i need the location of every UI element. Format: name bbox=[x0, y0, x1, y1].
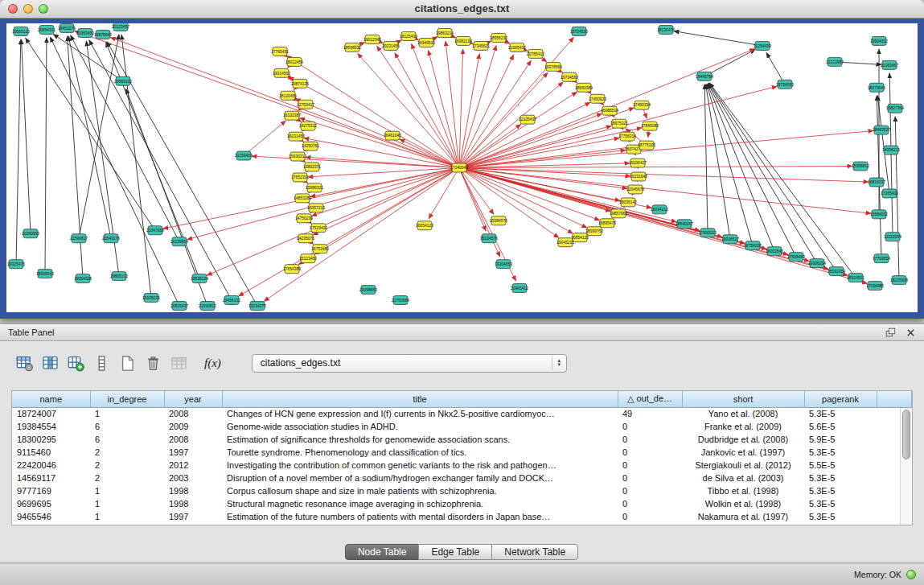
table-columns-icon[interactable] bbox=[40, 353, 60, 373]
network-edge[interactable] bbox=[53, 35, 123, 81]
network-node[interactable]: 17523401 bbox=[310, 224, 327, 233]
network-node[interactable]: 15630212 bbox=[289, 152, 306, 161]
table-cell[interactable]: Jankovic et al. (1997) bbox=[682, 446, 804, 459]
network-node[interactable]: 21590817 bbox=[70, 234, 88, 243]
network-node[interactable]: 20543176 bbox=[102, 234, 120, 243]
network-edge[interactable] bbox=[459, 55, 514, 168]
network-node[interactable]: 19734563 bbox=[561, 72, 578, 81]
network-node[interactable]: 20815437 bbox=[170, 302, 188, 311]
table-row[interactable]: 977716911998Corpus callosum shape and si… bbox=[12, 484, 912, 497]
column-header-title[interactable]: title bbox=[222, 391, 618, 407]
network-node[interactable]: 17652301 bbox=[291, 173, 309, 182]
table-row[interactable]: 946362711997Embryonic stem cells: a mode… bbox=[12, 523, 912, 525]
network-node[interactable]: 18453276 bbox=[58, 23, 76, 32]
network-node[interactable]: 20098653 bbox=[359, 286, 377, 295]
network-node[interactable]: 17692013 bbox=[699, 229, 717, 237]
close-panel-icon[interactable] bbox=[904, 326, 918, 340]
table-source-dropdown[interactable]: citations_edges.txt ▲▼ bbox=[252, 354, 567, 373]
network-edge[interactable] bbox=[704, 84, 708, 233]
table-cell[interactable]: 0 bbox=[618, 523, 682, 525]
table-scrollbar[interactable] bbox=[900, 408, 912, 525]
network-node[interactable]: 19805132 bbox=[110, 272, 128, 281]
network-node[interactable]: 16034212 bbox=[651, 205, 668, 214]
network-edge[interactable] bbox=[239, 168, 459, 297]
network-node[interactable]: 18231450 bbox=[287, 132, 305, 141]
table-cell[interactable]: 1997 bbox=[164, 446, 222, 459]
network-node[interactable]: 16378569 bbox=[544, 62, 562, 71]
table-row[interactable]: 1456911722003Disruption of a novel membe… bbox=[12, 472, 912, 484]
network-node[interactable]: 19234075 bbox=[248, 302, 266, 311]
table-cell[interactable]: Estimation of the future numbers of pati… bbox=[222, 510, 618, 523]
network-node[interactable]: 20785412 bbox=[527, 49, 544, 58]
close-window-button[interactable] bbox=[8, 4, 18, 14]
delete-table-icon[interactable] bbox=[143, 353, 162, 373]
table-scrollbar-thumb[interactable] bbox=[902, 410, 910, 459]
network-node[interactable]: 19504312 bbox=[870, 36, 888, 45]
table-cell[interactable]: 18724007 bbox=[12, 407, 90, 420]
network-node[interactable]: 14250761 bbox=[302, 142, 319, 150]
network-edge[interactable] bbox=[707, 84, 753, 245]
table-cell[interactable]: Tibbo et al. (1998) bbox=[682, 484, 804, 497]
network-edge[interactable] bbox=[459, 168, 867, 284]
table-row[interactable]: 2242004622012Investigating the contribut… bbox=[12, 459, 912, 472]
table-cell[interactable]: Wolkin et al. (1998) bbox=[682, 497, 804, 510]
network-edge[interactable] bbox=[766, 53, 785, 84]
function-builder-button[interactable]: f(x) bbox=[199, 356, 226, 370]
network-edge[interactable] bbox=[674, 31, 762, 46]
table-cell[interactable]: Tourette syndrome. Phenomenology and cla… bbox=[222, 446, 618, 459]
network-node[interactable]: 19863214 bbox=[436, 28, 454, 37]
network-node[interactable]: 19875643 bbox=[94, 30, 112, 39]
tab-network-table[interactable]: Network Table bbox=[491, 544, 578, 560]
table-cell[interactable]: 5.3E-5 bbox=[804, 523, 877, 525]
network-node[interactable]: 18906543 bbox=[36, 270, 54, 278]
network-node[interactable]: 19105236 bbox=[142, 294, 160, 303]
table-cell[interactable]: 5.3E-5 bbox=[804, 497, 877, 510]
network-node[interactable]: 18130476 bbox=[657, 25, 675, 34]
table-row[interactable]: 1830029562008Estimation of significance … bbox=[12, 433, 912, 446]
table-cell[interactable]: Dudbridge et al. (2008) bbox=[682, 433, 804, 446]
table-cell[interactable]: 0 bbox=[618, 459, 682, 472]
network-edge[interactable] bbox=[708, 84, 774, 251]
network-node[interactable]: 20456132 bbox=[223, 296, 240, 305]
network-node[interactable]: 19045231 bbox=[556, 238, 574, 247]
network-node[interactable]: 19012345 bbox=[363, 35, 381, 43]
network-node[interactable]: 21156403 bbox=[235, 151, 253, 160]
network-node[interactable]: 15995812 bbox=[852, 162, 869, 171]
network-edge[interactable] bbox=[21, 39, 31, 233]
column-header-pagerank[interactable]: pagerank bbox=[804, 391, 877, 407]
network-node[interactable]: 14853289 bbox=[294, 194, 311, 203]
network-node[interactable]: 15724530 bbox=[570, 27, 588, 35]
table-cell[interactable]: 0 bbox=[618, 472, 682, 484]
table-settings-icon[interactable] bbox=[14, 353, 34, 373]
network-node[interactable]: 21590812 bbox=[199, 302, 216, 311]
table-cell[interactable]: 9463627 bbox=[12, 523, 90, 525]
network-node[interactable]: 20874135 bbox=[291, 79, 309, 88]
window-titlebar[interactable]: citations_edges.txt bbox=[0, 0, 924, 19]
table-cell[interactable]: Franke et al. (2009) bbox=[682, 420, 804, 433]
column-header-name[interactable]: name bbox=[12, 391, 90, 407]
table-cell[interactable]: 2 bbox=[90, 459, 164, 472]
table-cell[interactable]: 0 bbox=[618, 484, 682, 497]
network-node[interactable]: 21750684 bbox=[392, 296, 409, 305]
table-cell[interactable]: 2008 bbox=[164, 433, 222, 446]
table-cell[interactable]: 1998 bbox=[164, 484, 222, 497]
network-edge[interactable] bbox=[459, 168, 573, 234]
network-node[interactable]: 17265403 bbox=[881, 189, 898, 198]
network-node[interactable]: 17756314 bbox=[618, 132, 636, 141]
network-node[interactable]: 18556230 bbox=[490, 33, 507, 42]
network-node[interactable]: 11254439 bbox=[754, 41, 771, 50]
network-edge[interactable] bbox=[313, 168, 459, 236]
table-cell[interactable]: 9699695 bbox=[12, 497, 90, 510]
network-edge[interactable] bbox=[412, 43, 459, 167]
network-node[interactable]: 15384576 bbox=[490, 216, 507, 225]
network-node[interactable]: 18975321 bbox=[610, 119, 628, 128]
table-row[interactable]: 946554611997Estimation of the future num… bbox=[12, 510, 912, 523]
table-cell[interactable]: 0 bbox=[618, 420, 682, 433]
table-cell[interactable]: Disruption of a novel member of a sodium… bbox=[222, 472, 618, 484]
network-node[interactable]: 18273645 bbox=[868, 83, 885, 92]
network-edge[interactable] bbox=[74, 31, 459, 167]
network-node[interactable]: 20139854 bbox=[170, 237, 188, 246]
table-cell[interactable]: 1 bbox=[90, 484, 164, 497]
table-cell[interactable]: 1997 bbox=[164, 510, 222, 523]
network-node[interactable]: 16754208 bbox=[744, 241, 762, 250]
